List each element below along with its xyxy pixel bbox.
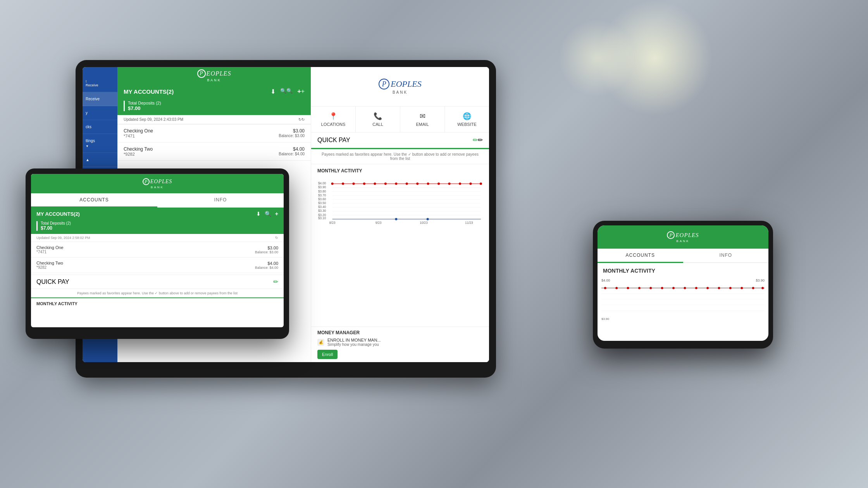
acct1-num: *7471 xyxy=(124,134,153,138)
money-manager-section: MONEY MANAGER 💰 ENROLL IN MONEY MAN... S… xyxy=(311,326,489,362)
med-monthly-activity-label: MONTHLY ACTIVITY xyxy=(31,298,284,308)
sidebar-item-cks[interactable]: cks xyxy=(83,120,117,134)
svg-point-63 xyxy=(761,287,764,289)
locations-button[interactable]: 📍 LOCATIONS xyxy=(311,107,356,132)
svg-point-55 xyxy=(672,287,675,289)
phone-logo: P EOPLES BANK xyxy=(667,231,699,243)
money-manager-row: 💰 ENROLL IN MONEY MAN... Simplify how yo… xyxy=(317,338,483,347)
phone-logo-text: EOPLES xyxy=(675,232,699,239)
med-search-icon[interactable]: 🔍 xyxy=(265,211,271,217)
call-label: CALL xyxy=(372,122,383,127)
tablet-large-header: P EOPLES BANK xyxy=(117,67,311,84)
call-icon: 📞 xyxy=(359,112,397,120)
svg-text:8/23: 8/23 xyxy=(329,221,336,225)
accounts-title: MY ACCOUNTS(2) xyxy=(124,88,174,95)
total-deposits-label: Total Deposits (2) xyxy=(128,101,305,105)
svg-text:$4.00: $4.00 xyxy=(318,182,326,185)
med-refresh-icon[interactable]: ↻ xyxy=(275,236,278,240)
sidebar-item-receive[interactable]: Receive xyxy=(83,92,117,106)
phone-header: P EOPLES BANK xyxy=(598,225,768,249)
website-button[interactable]: 🌐 WEBSITE xyxy=(445,107,489,132)
svg-point-31 xyxy=(437,182,440,185)
website-label: WEBSITE xyxy=(457,122,477,127)
med-acct-row-2[interactable]: Checking Two *9282 $4.00 Balance: $4.00 xyxy=(31,258,284,273)
sidebar-item-extra[interactable]: ▲ xyxy=(83,153,117,167)
search-icon[interactable]: 🔍 xyxy=(280,88,293,95)
tab-bar-medium: ACCOUNTS INFO xyxy=(31,193,284,208)
account-row-2[interactable]: Checking Two *9282 $4.00 Balance: $4.00 xyxy=(117,143,311,161)
phone-screen: P EOPLES BANK ACCOUNTS INFO MONTHLY ACTI… xyxy=(598,225,768,341)
tab-info[interactable]: INFO xyxy=(157,193,284,207)
bg-light-2 xyxy=(558,19,636,97)
money-manager-label: MONEY MANAGER xyxy=(317,330,483,335)
sidebar-item-settings[interactable]: ttings ▼ xyxy=(83,134,117,153)
info-panel-logo: P EOPLES BANK xyxy=(379,79,421,95)
enroll-label: ENROLL IN MONEY MAN... xyxy=(327,338,381,342)
info-logo-text: EOPLES xyxy=(391,79,421,89)
med-add-icon[interactable]: + xyxy=(275,211,278,217)
svg-point-33 xyxy=(459,182,461,185)
med-acct1-amount: $3.00 xyxy=(255,246,278,250)
svg-text:$3.40: $3.40 xyxy=(318,205,326,209)
quick-pay-edit-icon[interactable]: ✏ xyxy=(473,136,483,144)
account-row-1[interactable]: Checking One *7471 $3.00 Balance: $3.00 xyxy=(117,124,311,143)
svg-point-25 xyxy=(374,182,376,185)
acct2-num: *9282 xyxy=(124,152,153,156)
svg-point-59 xyxy=(718,287,720,289)
med-total-deposits-label: Total Deposits (2) xyxy=(41,221,278,225)
info-action-buttons: 📍 LOCATIONS 📞 CALL ✉ EMAIL 🌐 WEBSITE xyxy=(311,107,489,132)
accounts-sub-inner: Total Deposits (2) $7.00 xyxy=(124,101,305,111)
phone-monthly-label: MONTHLY ACTIVITY xyxy=(598,263,768,277)
email-icon: ✉ xyxy=(403,112,441,120)
money-manager-icon: 💰 xyxy=(317,339,324,346)
svg-point-23 xyxy=(352,182,355,185)
call-button[interactable]: 📞 CALL xyxy=(356,107,400,132)
enroll-sub: Simplify how you manage you xyxy=(327,342,381,347)
add-account-icon[interactable]: + xyxy=(297,88,305,95)
locations-label: LOCATIONS xyxy=(321,122,346,127)
svg-point-22 xyxy=(342,182,344,185)
med-qp-edit-icon[interactable]: ✏ xyxy=(273,278,278,285)
svg-point-53 xyxy=(649,287,652,289)
svg-point-52 xyxy=(638,287,641,289)
med-qp-label: QUICK PAY xyxy=(36,278,69,285)
refresh-icon[interactable]: ↻ xyxy=(298,117,305,122)
med-acct2-name: Checking Two xyxy=(36,261,63,265)
website-icon: 🌐 xyxy=(448,112,486,120)
acct2-balance: Balance: $4.00 xyxy=(279,152,305,156)
phone-tab-info[interactable]: INFO xyxy=(683,249,769,262)
enroll-button-area: Enroll xyxy=(317,350,483,359)
med-update-text: Updated Sep 09, 2024 2:58:02 PM xyxy=(36,236,90,240)
phone-y1: $4.00 xyxy=(601,278,610,282)
svg-point-56 xyxy=(684,287,686,289)
enroll-button[interactable]: Enroll xyxy=(317,350,338,359)
med-sub-inner: Total Deposits (2) $7.00 xyxy=(36,221,278,231)
quick-pay-hint: Payees marked as favorites appear here. … xyxy=(311,149,489,164)
svg-point-51 xyxy=(627,287,629,289)
med-acct-row-1[interactable]: Checking One *7471 $3.00 Balance: $3.00 xyxy=(31,242,284,258)
svg-point-32 xyxy=(448,182,451,185)
svg-point-21 xyxy=(331,182,334,185)
med-acct2-amount: $4.00 xyxy=(255,261,278,266)
svg-text:9/23: 9/23 xyxy=(375,221,382,225)
tab-accounts[interactable]: ACCOUNTS xyxy=(31,193,157,208)
logo-peoples-text: EOPLES xyxy=(207,70,231,77)
tablet-medium-header: P EOPLES BANK xyxy=(31,174,284,193)
phone-tab-accounts[interactable]: ACCOUNTS xyxy=(598,249,683,263)
logo-bank-sub: BANK xyxy=(207,78,221,82)
med-accounts-header: MY ACCOUNTS(2) ⬇ 🔍 + xyxy=(31,208,284,220)
sidebar-item-profile[interactable]: t Receive xyxy=(83,75,117,92)
info-logo-sub: BANK xyxy=(393,90,408,95)
med-download-icon[interactable]: ⬇ xyxy=(256,211,261,217)
sidebar-item-y[interactable]: y xyxy=(83,106,117,120)
svg-point-34 xyxy=(469,182,472,185)
update-text: Updated Sep 09, 2024 2:43:03 PM xyxy=(124,117,183,122)
phone-y-labels: $3.90 xyxy=(601,317,765,321)
svg-point-60 xyxy=(729,287,732,289)
phone-tab-bar: ACCOUNTS INFO xyxy=(598,249,768,263)
med-total-amount: $7.00 xyxy=(41,225,278,231)
med-logo-sub: BANK xyxy=(151,186,164,189)
email-button[interactable]: ✉ EMAIL xyxy=(400,107,445,132)
download-icon[interactable] xyxy=(270,88,276,95)
med-accounts-title: MY ACCOUNTS(2) xyxy=(36,211,80,217)
